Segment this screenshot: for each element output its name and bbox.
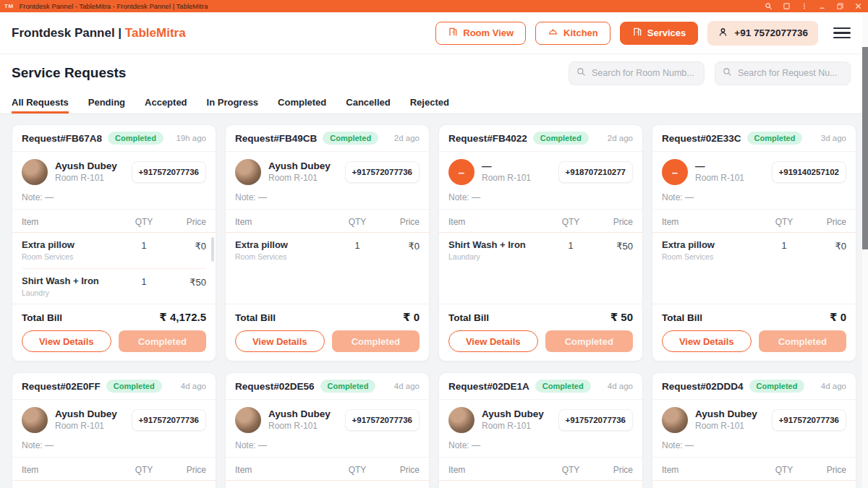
item-column-header: Item: [662, 465, 768, 475]
item-price: ₹0: [800, 239, 846, 252]
customer-row: Ayush Dubey Room R-101 +917572077736: [652, 400, 856, 437]
room-search-box: [569, 61, 705, 85]
timestamp: 4d ago: [821, 382, 846, 390]
room-search-input[interactable]: [592, 68, 697, 78]
items-list[interactable]: Extra pillow Room Services 1 ₹0: [12, 481, 216, 488]
request-card: Request#FB4022 Completed 2d ago – — Room…: [438, 124, 643, 361]
items-table-header: Item QTY Price: [652, 458, 856, 481]
customer-row: – — Room R-101 +918707210277: [439, 152, 642, 189]
person-icon: [718, 27, 728, 40]
minimize-icon[interactable]: [818, 2, 826, 10]
completed-button[interactable]: Completed: [545, 330, 634, 352]
item-row: Extra pillow Room Services 1 ₹0: [22, 233, 206, 269]
phone-chip[interactable]: +917572077736: [345, 161, 420, 183]
request-search-input[interactable]: [738, 68, 843, 78]
view-details-button[interactable]: View Details: [235, 330, 325, 352]
items-list[interactable]: Extra pillow Room Services 1 ₹0 Shirt Wa…: [12, 233, 216, 304]
brand-title: Frontdesk Pannel | TableMitra: [12, 26, 186, 40]
tab-pending[interactable]: Pending: [88, 92, 125, 114]
tab-all-requests[interactable]: All Requests: [12, 92, 69, 114]
avatar: [235, 159, 261, 185]
items-scrollbar[interactable]: [211, 237, 214, 262]
item-column-header: Item: [235, 465, 341, 475]
customer-name: Ayush Dubey: [55, 408, 117, 420]
phone-chip[interactable]: +917572077736: [345, 409, 420, 431]
item-qty: 1: [768, 239, 800, 251]
item-column-header: Item: [22, 217, 128, 227]
request-id: Request#FB49CB: [235, 133, 317, 144]
item-cell: Shirt Wash + Iron Laundry: [22, 275, 128, 297]
items-list[interactable]: Extra pillow Room Services 1 ₹0: [226, 481, 429, 488]
services-button[interactable]: Services: [620, 22, 699, 45]
phone-chip[interactable]: +917572077736: [558, 409, 633, 431]
door-icon: [632, 27, 642, 39]
kebab-menu-icon[interactable]: [801, 2, 808, 10]
completed-button[interactable]: Completed: [332, 330, 420, 352]
price-column-header: Price: [800, 465, 846, 475]
items-list[interactable]: Extra pillow Room Services 1 ₹0: [652, 233, 856, 304]
room-view-button[interactable]: Room View: [435, 22, 526, 45]
completed-button[interactable]: Completed: [119, 330, 207, 352]
request-card: Request#02E33C Completed 3d ago – — Room…: [652, 124, 856, 361]
request-id: Request#FB4022: [448, 133, 527, 144]
completed-button[interactable]: Completed: [759, 330, 847, 352]
request-id: Request#FB67A8: [22, 133, 102, 144]
view-details-button[interactable]: View Details: [662, 330, 752, 352]
tab-completed[interactable]: Completed: [278, 92, 326, 114]
price-column-header: Price: [587, 217, 633, 227]
request-card: Request#02E0FF Completed 4d ago Ayush Du…: [12, 372, 216, 488]
tab-in-progress[interactable]: In Progress: [207, 92, 259, 114]
customer-info: Ayush Dubey Room R-101: [695, 408, 757, 431]
avatar: [662, 407, 688, 433]
tab-accepted[interactable]: Accepted: [145, 92, 187, 114]
phone-chip[interactable]: +918707210277: [558, 161, 633, 183]
tab-rejected[interactable]: Rejected: [410, 92, 449, 114]
app-logo: TM: [4, 3, 14, 9]
items-list[interactable]: Shirt Wash + Iron Laundary 1 ₹50: [439, 233, 642, 304]
request-card: Request#02DE56 Completed 4d ago Ayush Du…: [225, 372, 430, 488]
qty-column-header: QTY: [341, 465, 373, 475]
scrollbar-thumb[interactable]: [862, 47, 868, 249]
view-details-button[interactable]: View Details: [448, 330, 538, 352]
customer-info: Ayush Dubey Room R-101: [482, 408, 544, 431]
items-table-header: Item QTY Price: [226, 210, 429, 233]
hamburger-menu-icon[interactable]: [833, 27, 851, 38]
customer-info: Ayush Dubey Room R-101: [55, 408, 117, 431]
close-icon[interactable]: [854, 2, 862, 10]
item-row: Shirt Wash + Iron Laundry 1 ₹50: [22, 269, 206, 304]
page-scrollbar[interactable]: [862, 12, 868, 488]
customer-row: Ayush Dubey Room R-101 +917572077736: [226, 152, 429, 189]
customer-info: — Room R-101: [695, 160, 744, 183]
zoom-search-icon[interactable]: [765, 2, 773, 10]
phone-chip[interactable]: +917572077736: [772, 409, 846, 431]
view-details-button[interactable]: View Details: [22, 330, 111, 352]
phone-chip[interactable]: +917572077736: [132, 409, 206, 431]
total-bill-value: ₹ 0: [403, 311, 420, 324]
timestamp: 4d ago: [181, 382, 206, 390]
phone-chip[interactable]: +917572077736: [132, 161, 206, 183]
tab-cancelled[interactable]: Cancelled: [346, 92, 390, 114]
customer-info: Ayush Dubey Room R-101: [268, 408, 331, 431]
room-label: Room R-101: [695, 421, 757, 432]
total-row: Total Bill ₹ 50: [439, 304, 642, 329]
items-list[interactable]: Extra pillow Room Services 1 ₹0: [226, 233, 429, 304]
item-row: Extra pillow Room Services 1 ₹0: [235, 233, 420, 268]
phone-chip[interactable]: +919140257102: [772, 161, 846, 183]
header-actions: Room View Kitchen Services +91 757207773…: [435, 21, 851, 46]
item-cell: Extra pillow Room Services: [22, 239, 128, 261]
qty-column-header: QTY: [128, 465, 160, 475]
items-list[interactable]: Extra pillow Room Services 1 ₹0: [652, 481, 856, 488]
customer-row: Ayush Dubey Room R-101 +917572077736: [226, 400, 429, 437]
search-icon: [576, 67, 586, 80]
room-label: Room R-101: [55, 174, 117, 184]
screenshot-icon[interactable]: [783, 2, 791, 10]
items-table-header: Item QTY Price: [12, 210, 216, 233]
qty-column-header: QTY: [555, 465, 587, 475]
card-actions: View Details Completed: [652, 329, 856, 361]
room-label: Room R-101: [482, 421, 544, 432]
maximize-icon[interactable]: [836, 2, 844, 10]
account-phone-button[interactable]: +91 7572077736: [707, 21, 818, 46]
kitchen-button[interactable]: Kitchen: [535, 22, 610, 45]
total-bill-label: Total Bill: [22, 312, 62, 323]
items-list[interactable]: Extra pillow Room Services 1 ₹0: [439, 481, 642, 488]
